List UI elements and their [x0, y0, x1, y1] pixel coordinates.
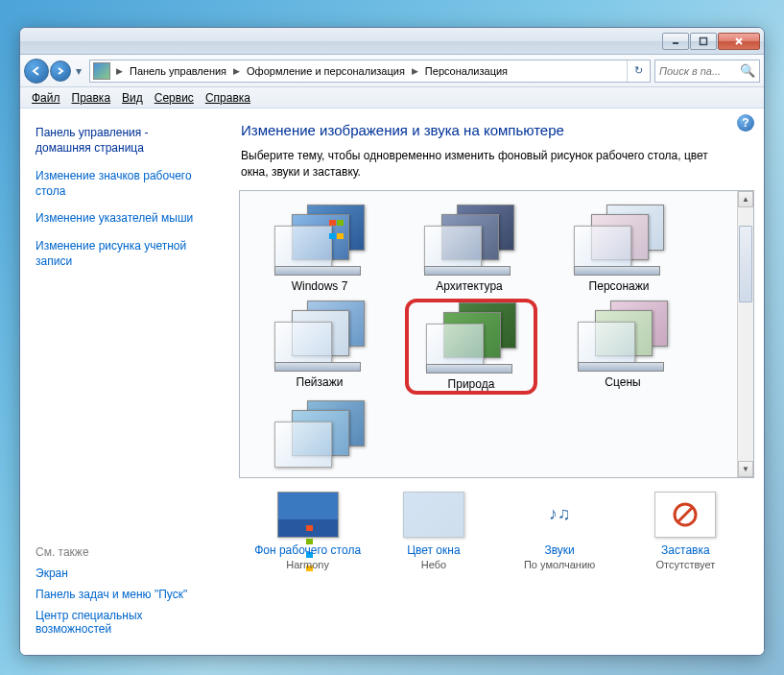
scroll-up-button[interactable]: ▲ [738, 191, 753, 207]
theme-partial[interactable] [257, 400, 382, 475]
search-input[interactable] [659, 65, 736, 77]
theme-thumb [570, 301, 676, 370]
navbar: ▾ ▶ Панель управления ▶ Оформление и пер… [20, 55, 764, 87]
theme-label: Сцены [560, 375, 685, 389]
setting-title: Заставка [628, 543, 743, 557]
search-box[interactable]: 🔍 [654, 60, 760, 83]
forward-button[interactable] [50, 60, 71, 82]
theme-label: Windows 7 [257, 279, 382, 293]
theme-nature[interactable]: Природа [407, 301, 535, 393]
screensaver-icon [654, 492, 716, 538]
sounds-icon: ♪♫ [529, 492, 590, 538]
close-button[interactable] [718, 33, 760, 50]
setting-desktop-background[interactable]: Фон рабочего стола Harmony [250, 492, 366, 570]
help-icon[interactable]: ? [737, 114, 754, 132]
breadcrumb-appearance[interactable]: Оформление и персонализация [243, 65, 409, 77]
menu-file[interactable]: Файл [26, 89, 66, 107]
theme-label: Персонажи [557, 279, 681, 293]
setting-value: Harmony [250, 559, 366, 570]
back-button[interactable] [24, 59, 49, 84]
theme-thumb [566, 205, 672, 274]
menu-view[interactable]: Вид [116, 89, 149, 107]
theme-thumb [416, 205, 522, 274]
breadcrumb-control-panel[interactable]: Панель управления [126, 65, 230, 77]
windows-flag-icon [303, 521, 317, 531]
theme-label: Природа [409, 377, 534, 391]
personalization-window: ▾ ▶ Панель управления ▶ Оформление и пер… [19, 27, 765, 656]
maximize-button[interactable] [690, 33, 717, 50]
scroll-thumb[interactable] [739, 226, 752, 302]
theme-thumb [267, 301, 372, 370]
chevron-right-icon: ▶ [409, 66, 421, 76]
svg-line-5 [677, 507, 693, 522]
page-description: Выберите тему, чтобы одновременно измени… [237, 148, 756, 181]
window-color-icon [403, 492, 464, 538]
setting-title: Фон рабочего стола [250, 543, 366, 557]
theme-characters[interactable]: Персонажи [557, 205, 681, 293]
setting-window-color[interactable]: Цвет окна Небо [376, 492, 491, 570]
setting-sounds[interactable]: ♪♫ Звуки По умолчанию [502, 492, 617, 570]
minimize-button[interactable] [662, 33, 689, 50]
theme-scenes[interactable]: Сцены [560, 301, 685, 393]
desktop-bg-icon [277, 492, 339, 538]
sidebar-see-also-header: См. также [36, 545, 218, 559]
chevron-right-icon: ▶ [113, 66, 126, 76]
control-panel-icon [93, 62, 110, 80]
sidebar-also-display[interactable]: Экран [36, 567, 218, 580]
sidebar-also-taskbar[interactable]: Панель задач и меню "Пуск" [36, 588, 218, 601]
theme-landscapes[interactable]: Пейзажи [257, 301, 382, 393]
menu-edit[interactable]: Правка [66, 89, 117, 107]
scroll-down-button[interactable]: ▼ [738, 461, 753, 477]
chevron-right-icon: ▶ [230, 66, 243, 76]
themes-grid: Windows 7 Архитектура [240, 191, 753, 475]
setting-title: Цвет окна [376, 543, 491, 557]
sidebar-link-account-picture[interactable]: Изменение рисунка учетной записи [36, 238, 218, 269]
theme-thumb [267, 400, 372, 470]
search-icon[interactable]: 🔍 [740, 63, 755, 78]
themes-box: Windows 7 Архитектура [239, 190, 754, 478]
nav-history-dropdown[interactable]: ▾ [72, 60, 85, 82]
sidebar-link-mouse-pointers[interactable]: Изменение указателей мыши [36, 210, 218, 226]
theme-label: Архитектура [407, 279, 532, 293]
sidebar: Панель управления - домашняя страница Из… [20, 108, 229, 655]
setting-value: По умолчанию [502, 559, 617, 570]
nav-buttons: ▾ [24, 59, 85, 84]
setting-value: Отсутствует [628, 559, 743, 570]
sidebar-home-link-2[interactable]: домашняя страница [36, 141, 218, 155]
refresh-button[interactable]: ↻ [627, 60, 650, 82]
setting-value: Небо [376, 559, 491, 570]
theme-architecture[interactable]: Архитектура [407, 205, 532, 293]
address-bar[interactable]: ▶ Панель управления ▶ Оформление и персо… [89, 60, 651, 83]
body: Панель управления - домашняя страница Из… [20, 108, 764, 655]
titlebar [20, 28, 764, 55]
windows-flag-icon [328, 216, 344, 228]
content: ? Изменение изображения и звука на компь… [229, 108, 764, 655]
svg-rect-1 [701, 37, 707, 44]
theme-windows7[interactable]: Windows 7 [257, 205, 382, 293]
menu-help[interactable]: Справка [200, 89, 256, 107]
theme-thumb [267, 205, 372, 274]
bottom-settings-row: Фон рабочего стола Harmony Цвет окна Неб… [237, 492, 756, 570]
sidebar-also-accessibility[interactable]: Центр специальных возможностей [36, 609, 218, 636]
setting-title: Звуки [502, 543, 617, 557]
scrollbar[interactable]: ▲ ▼ [737, 191, 753, 477]
menubar: Файл Правка Вид Сервис Справка [20, 87, 764, 108]
sidebar-home-link[interactable]: Панель управления - [36, 126, 218, 139]
sidebar-link-desktop-icons[interactable]: Изменение значков рабочего стола [36, 168, 218, 199]
theme-label: Пейзажи [257, 375, 382, 389]
menu-tools[interactable]: Сервис [149, 89, 200, 107]
setting-screensaver[interactable]: Заставка Отсутствует [628, 492, 743, 570]
page-title: Изменение изображения и звука на компьют… [237, 122, 756, 138]
breadcrumb-personalization[interactable]: Персонализация [421, 65, 511, 77]
theme-thumb [418, 302, 524, 372]
